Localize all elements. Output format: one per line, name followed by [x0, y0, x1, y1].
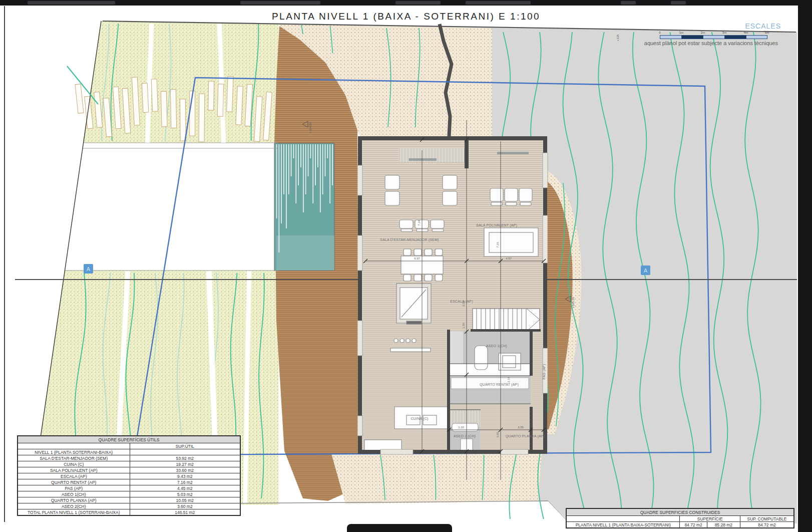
- table-row: ASEO 1(CH)5.03 m2: [18, 491, 240, 497]
- table-row: QUARTO RENTAT (AP)7.16 m2: [18, 479, 240, 485]
- area-value-cell: 33.60 m2: [130, 467, 240, 473]
- top-cropped-bar: [0, 0, 812, 6]
- chair: [403, 249, 411, 255]
- right-cropped-bar: [798, 0, 812, 532]
- svg-text:7.24: 7.24: [418, 220, 421, 226]
- area-value-cell: 5.03 m2: [130, 491, 240, 497]
- scale-tick: 1m: [679, 31, 683, 34]
- svg-text:3.00: 3.00: [496, 432, 499, 438]
- sheet-frame-left: [4, 6, 5, 522]
- table-row: CUINA (C)19.27 m2: [18, 461, 240, 467]
- drawing-sheet: A A: [0, 0, 812, 532]
- sofa: [519, 188, 532, 201]
- room-name-cell: NIVELL 1 (PLANTA SOTERRANI-BAIXA): [18, 449, 130, 455]
- sofa: [385, 175, 399, 189]
- sofa: [443, 175, 457, 189]
- superficie-value-1: 84.72 m2: [680, 522, 707, 528]
- chair: [425, 249, 432, 255]
- area-value-cell: 146.51 m2: [130, 509, 240, 516]
- terrace-sleeper: [217, 84, 224, 117]
- table-row: SALA D'ESTAR-MENJADOR (SEM)53.92 m2: [18, 455, 240, 461]
- svg-text:2.14: 2.14: [507, 377, 510, 383]
- room-name-cell: ASEO 2(CH): [18, 503, 130, 509]
- label-pas: PAS (AP): [542, 364, 546, 379]
- staircase: [473, 309, 540, 331]
- label-polivalent: SALA POLIVALENT (AP): [476, 223, 517, 227]
- scale-tick: 2m: [701, 31, 705, 34]
- table-row: PAS (AP)4.45 m2: [18, 485, 240, 491]
- svg-text:1.20: 1.20: [458, 426, 464, 429]
- label-aseo1: ASEO 1(CH): [486, 344, 507, 348]
- computable-header: SUP. COMPUTABLE: [740, 516, 794, 522]
- terrace-sleeper: [199, 94, 205, 142]
- chair: [403, 275, 411, 281]
- sofa: [385, 191, 399, 205]
- label-escala: ESCALA (AP): [450, 300, 473, 304]
- terrace-sleeper: [142, 83, 149, 112]
- label-rentat: QUARTO RENTAT (AP): [480, 383, 519, 387]
- chair: [435, 249, 443, 255]
- elevation-contour: +115: [616, 34, 619, 41]
- area-value-cell: 53.92 m2: [130, 455, 240, 461]
- section-marker-right-letter: A: [644, 268, 648, 274]
- disclaimer-text: aquest plànol pot estar subjecte a varia…: [644, 40, 778, 46]
- superficie-value-2: 85.28 m2: [707, 522, 740, 528]
- window-frame: [409, 158, 437, 161]
- table-row: ASEO 2(CH)3.60 m2: [18, 503, 240, 509]
- elevation-deck: +104.50: [309, 122, 312, 133]
- sofa: [431, 220, 444, 228]
- scale-tick: 5m: [765, 31, 769, 34]
- area-value-cell: 19.27 m2: [130, 461, 240, 467]
- escales-label: ESCALES: [745, 22, 781, 30]
- scale-bar: 0 1m 2m 3m 4m 5m: [660, 32, 767, 40]
- terrace-sleeper: [170, 89, 176, 128]
- chair: [414, 249, 422, 255]
- page-title: PLANTA NIVELL 1 (BAIXA - SOTERRANI) E 1:…: [0, 11, 812, 22]
- table-row: ESCALA (AP)9.43 m2: [18, 473, 240, 479]
- sofa: [490, 188, 503, 201]
- chair: [435, 275, 443, 281]
- bottom-cropped-element: [347, 524, 452, 532]
- room-name-cell: ESCALA (AP): [18, 473, 130, 479]
- elevation-right: +105.10: [572, 297, 575, 308]
- toilet: [475, 346, 488, 370]
- table-row: QUARTO PLANXA (AP)10.05 m2: [18, 497, 240, 503]
- computable-value: 84.72 m2: [740, 522, 794, 528]
- house-plan: 7.24 6.97 7.26 4.57 2.00 1.50 2.14 1.20 …: [357, 120, 548, 480]
- window-frame: [497, 152, 529, 154]
- area-value-cell: 7.16 m2: [130, 479, 240, 485]
- area-value-cell: 10.05 m2: [130, 497, 240, 503]
- svg-text:6.97: 6.97: [414, 257, 420, 260]
- label-cuina: CUINA (C): [411, 417, 429, 421]
- table-row: TOTAL PLANTA NIVELL 1 (SOTERRANI-BAIXA)1…: [18, 509, 240, 516]
- scale-tick: 4m: [744, 31, 748, 34]
- terrace-sleeper: [180, 99, 186, 141]
- svg-text:7.26: 7.26: [496, 242, 499, 248]
- terrain-stipple-below-house: [331, 454, 542, 504]
- table-row: NIVELL 1 (PLANTA SOTERRANI-BAIXA): [18, 449, 240, 455]
- room-name-cell: TOTAL PLANTA NIVELL 1 (SOTERRANI-BAIXA): [18, 509, 130, 516]
- construides-table-title: QUADRE SUPERFICIES CONSTRUIDES: [566, 508, 794, 516]
- label-aseo2: ASEO 2 (CH): [454, 434, 476, 438]
- area-value-cell: 3.60 m2: [130, 503, 240, 509]
- section-marker-left-letter: A: [87, 266, 91, 272]
- superficie-header: SUPERFÍCIE: [680, 516, 740, 522]
- area-value-cell: 4.45 m2: [130, 485, 240, 491]
- room-name-cell: PAS (AP): [18, 485, 130, 491]
- terrace-sleeper: [227, 76, 233, 112]
- table-superficies-construides: QUADRE SUPERFICIES CONSTRUIDES SUPERFÍCI…: [566, 508, 794, 528]
- terrace-sleeper: [151, 79, 158, 112]
- area-value-cell: 9.43 m2: [130, 473, 240, 479]
- chair: [425, 275, 432, 281]
- road-band-lines: [65, 143, 278, 271]
- scale-tick: 0: [659, 31, 660, 34]
- svg-text:4.57: 4.57: [506, 257, 512, 260]
- sofa: [505, 188, 518, 201]
- terrace-sleeper: [208, 81, 214, 110]
- room-name-cell: SALA D'ESTAR-MENJADOR (SEM): [18, 455, 130, 461]
- scale-tick: 3m: [722, 31, 726, 34]
- label-sem: SALA D'ESTAR-MENJADOR (SEM): [380, 238, 439, 242]
- sofa: [399, 220, 413, 228]
- label-planxa: QUARTO PLANXA (AP): [506, 434, 545, 438]
- room-name-cell: SALA POLIVALENT (AP): [18, 467, 130, 473]
